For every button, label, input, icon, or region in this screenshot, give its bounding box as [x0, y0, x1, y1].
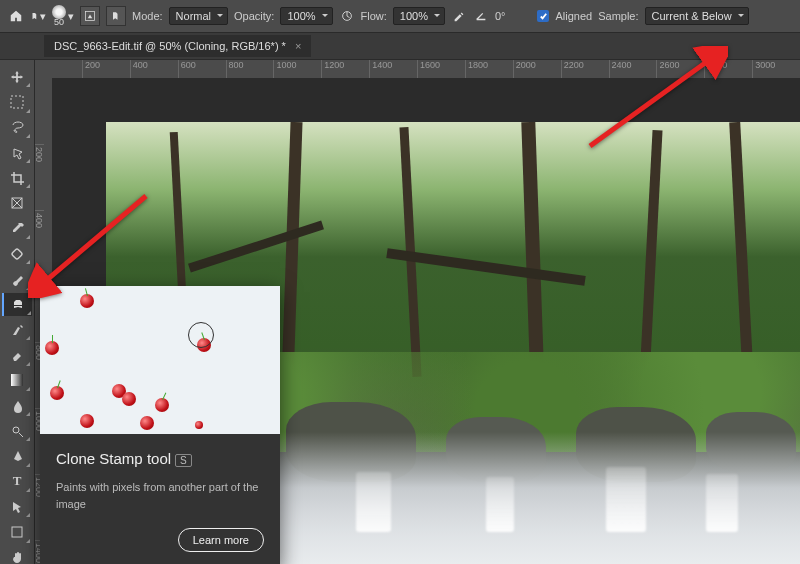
path-select-tool[interactable] [3, 495, 31, 518]
document-tab[interactable]: DSC_9663-Edit.tif @ 50% (Cloning, RGB/16… [44, 35, 311, 57]
sample-label: Sample: [598, 10, 638, 22]
marquee-tool[interactable] [3, 90, 31, 113]
eraser-tool[interactable] [3, 343, 31, 366]
tooltip-description: Paints with pixels from another part of … [56, 479, 264, 512]
annotation-arrow-sample [578, 46, 728, 158]
annotation-arrow-tool [28, 188, 158, 300]
svg-rect-5 [11, 374, 23, 386]
aligned-label: Aligned [555, 10, 592, 22]
opacity-field[interactable]: 100% [280, 7, 332, 25]
svg-rect-7 [12, 527, 22, 537]
angle-icon[interactable] [473, 8, 489, 24]
clone-source-icon[interactable] [106, 6, 126, 26]
brush-preset[interactable]: 50▾ [52, 5, 74, 27]
eyedropper-tool[interactable] [3, 217, 31, 240]
airbrush-icon[interactable] [451, 8, 467, 24]
options-bar: ▾ 50▾ Mode: Normal Opacity: 100% Flow: 1… [0, 0, 800, 33]
blur-tool[interactable] [3, 394, 31, 417]
frame-tool[interactable] [3, 191, 31, 214]
brush-tool[interactable] [3, 267, 31, 290]
gradient-tool[interactable] [3, 369, 31, 392]
tab-title: DSC_9663-Edit.tif @ 50% (Cloning, RGB/16… [54, 40, 286, 52]
quick-select-tool[interactable] [3, 141, 31, 164]
tooltip-title: Clone Stamp toolS [56, 450, 264, 467]
tooltip-shortcut: S [175, 454, 192, 467]
lasso-tool[interactable] [3, 116, 31, 139]
hand-tool[interactable] [3, 546, 31, 564]
mode-dropdown[interactable]: Normal [169, 7, 228, 25]
close-tab-icon[interactable]: × [295, 40, 301, 52]
angle-value[interactable]: 0° [495, 10, 506, 22]
mode-label: Mode: [132, 10, 163, 22]
flow-label: Flow: [361, 10, 387, 22]
pressure-opacity-icon[interactable] [339, 8, 355, 24]
shape-tool[interactable] [3, 520, 31, 543]
tool-preset-icon[interactable]: ▾ [30, 8, 46, 24]
learn-more-button[interactable]: Learn more [178, 528, 264, 552]
home-icon[interactable] [8, 8, 24, 24]
svg-point-6 [13, 427, 19, 433]
sample-dropdown[interactable]: Current & Below [645, 7, 749, 25]
svg-rect-2 [11, 96, 23, 108]
crop-tool[interactable] [3, 166, 31, 189]
move-tool[interactable] [3, 65, 31, 88]
tools-panel: T [0, 60, 35, 564]
aligned-checkbox[interactable] [537, 10, 549, 22]
healing-brush-tool[interactable] [3, 242, 31, 265]
dodge-tool[interactable] [3, 419, 31, 442]
opacity-label: Opacity: [234, 10, 274, 22]
tooltip-preview [40, 286, 280, 434]
type-tool[interactable]: T [3, 470, 31, 493]
tool-tooltip: Clone Stamp toolS Paints with pixels fro… [40, 286, 280, 564]
svg-rect-4 [11, 248, 22, 259]
history-brush-tool[interactable] [3, 318, 31, 341]
flow-field[interactable]: 100% [393, 7, 445, 25]
brush-panel-icon[interactable] [80, 6, 100, 26]
pen-tool[interactable] [3, 444, 31, 467]
